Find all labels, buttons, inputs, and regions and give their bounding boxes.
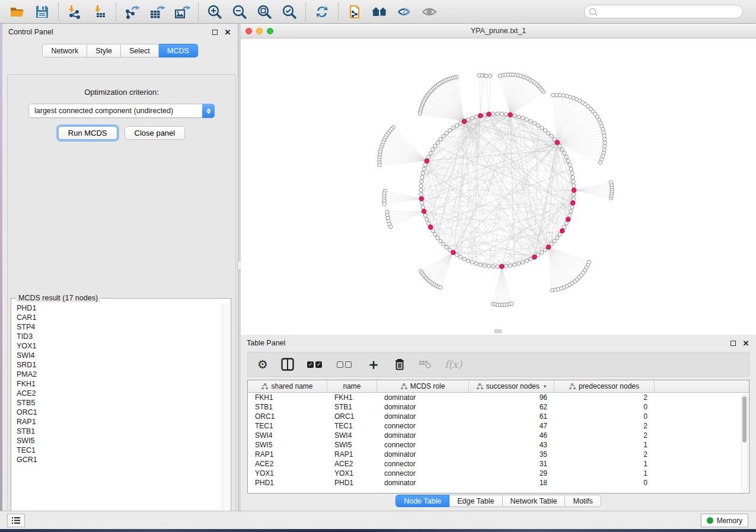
table-cell: ACE2: [327, 459, 377, 469]
column-header-successor-nodes[interactable]: successor nodes▾: [469, 380, 554, 392]
table-cell: dominator: [377, 478, 469, 488]
close-panel-icon[interactable]: ✕: [224, 28, 232, 36]
tab-network-table[interactable]: Network Table: [503, 495, 566, 507]
tab-node-table[interactable]: Node Table: [395, 495, 449, 507]
control-panel-tabs: Network Style Select MCDS: [2, 44, 238, 57]
zoom-in-button[interactable]: [202, 2, 227, 22]
network-window-titlebar[interactable]: YPA_prune.txt_1: [241, 24, 756, 39]
criterion-select[interactable]: largest connected component (undirected): [28, 104, 215, 118]
deselect-all-columns-icon[interactable]: [337, 361, 353, 368]
table-cell: RAP1: [248, 450, 327, 459]
table-row[interactable]: STB1STB1dominator620: [248, 402, 749, 412]
result-node[interactable]: STP4: [17, 322, 222, 332]
table-panel-title: Table Panel: [247, 339, 724, 347]
import-table-button[interactable]: [87, 2, 112, 22]
export-image-button[interactable]: [170, 2, 194, 22]
import-network-button[interactable]: [62, 2, 87, 22]
table-row[interactable]: FKH1FKH1dominator962: [248, 393, 749, 402]
tab-motifs[interactable]: Motifs: [565, 495, 601, 507]
result-node[interactable]: GCR1: [17, 455, 222, 464]
mcds-result-title: MCDS result (17 nodes): [16, 294, 100, 302]
select-all-columns-icon[interactable]: [307, 361, 324, 368]
table-cell: FKH1: [327, 393, 377, 402]
export-network-button[interactable]: [120, 2, 145, 22]
first-neighbors-button[interactable]: [367, 2, 392, 22]
table-row[interactable]: RAP1RAP1dominator352: [248, 450, 749, 459]
tab-select[interactable]: Select: [121, 44, 159, 57]
result-node[interactable]: FKH1: [17, 379, 222, 389]
tab-mcds[interactable]: MCDS: [159, 44, 198, 57]
tab-style[interactable]: Style: [87, 44, 121, 57]
float-panel-icon[interactable]: [210, 28, 219, 36]
run-mcds-button[interactable]: Run MCDS: [58, 126, 117, 140]
table-row[interactable]: ORC1ORC1dominator610: [248, 412, 749, 421]
mcds-result-list[interactable]: PHD1CAR1STP4TID3YOX1SWI4SRD1PMA2FKH1ACE2…: [12, 303, 222, 515]
tab-edge-table[interactable]: Edge Table: [449, 495, 502, 507]
table-cell: SWI5: [248, 440, 327, 450]
table-row[interactable]: YOX1YOX1connector291: [248, 469, 749, 478]
result-node[interactable]: ACE2: [17, 389, 222, 398]
table-row[interactable]: ACE2ACE2connector311: [248, 459, 749, 469]
result-node[interactable]: ORC1: [17, 408, 222, 417]
network-graph[interactable]: [241, 39, 756, 334]
tab-network[interactable]: Network: [42, 44, 87, 57]
result-node[interactable]: TEC1: [17, 446, 222, 455]
result-node[interactable]: SWI5: [17, 436, 222, 446]
hide-eye-slash-icon: [397, 5, 412, 19]
show-all-button[interactable]: [417, 2, 442, 22]
result-node[interactable]: SWI4: [17, 351, 222, 360]
float-table-panel-icon[interactable]: [729, 339, 737, 347]
memory-button[interactable]: Memory: [701, 514, 748, 527]
table-cell: 2: [554, 421, 655, 431]
zoom-out-button[interactable]: [227, 2, 252, 22]
column-header-predecessor-nodes[interactable]: predecessor nodes: [554, 380, 655, 392]
export-table-button[interactable]: [145, 2, 170, 22]
hide-selected-button[interactable]: [392, 2, 417, 22]
table-row[interactable]: SWI5SWI5connector431: [248, 440, 749, 450]
table-cell: 0: [554, 412, 655, 421]
table-cell: PHD1: [248, 478, 327, 488]
zoom-fit-button[interactable]: [252, 2, 277, 22]
memory-label: Memory: [717, 517, 742, 525]
table-scrollbar[interactable]: [741, 395, 748, 492]
table-settings-gear-icon[interactable]: ⚙: [257, 358, 268, 370]
save-session-button[interactable]: [30, 2, 55, 22]
result-node[interactable]: STB1: [17, 427, 222, 436]
table-row[interactable]: TEC1TEC1connector472: [248, 421, 749, 431]
delete-column-icon[interactable]: [394, 358, 406, 371]
canvas-splitter-handle-icon[interactable]: [495, 329, 502, 333]
result-node[interactable]: CAR1: [17, 313, 222, 322]
control-panel-title: Control Panel: [8, 28, 206, 36]
close-panel-button[interactable]: Close panel: [125, 126, 186, 140]
result-node[interactable]: PMA2: [17, 370, 222, 379]
result-list-scrollbar[interactable]: [222, 303, 230, 515]
result-node[interactable]: RAP1: [17, 417, 222, 427]
table-header-row: shared namenameMCDS rolesuccessor nodes▾…: [248, 380, 749, 393]
create-column-icon[interactable]: ＋: [366, 357, 381, 371]
task-history-button[interactable]: [7, 514, 25, 527]
table-scrollbar-thumb[interactable]: [742, 396, 747, 443]
table-row[interactable]: SWI4SWI4dominator462: [248, 431, 749, 440]
show-columns-icon[interactable]: [281, 358, 294, 371]
close-table-panel-icon[interactable]: ✕: [742, 339, 750, 347]
table-row[interactable]: PHD1PHD1dominator180: [248, 478, 749, 488]
network-canvas[interactable]: [241, 39, 756, 334]
result-node[interactable]: PHD1: [17, 303, 222, 313]
new-network-from-selection-button[interactable]: [342, 2, 367, 22]
table-cell: 29: [469, 469, 554, 478]
open-session-button[interactable]: [5, 2, 30, 22]
result-node[interactable]: STB5: [17, 398, 222, 408]
task-list-icon: [12, 517, 20, 524]
search-input[interactable]: [599, 8, 738, 16]
table-cell: STB1: [248, 402, 327, 412]
result-node[interactable]: TID3: [17, 332, 222, 341]
result-node[interactable]: YOX1: [17, 341, 222, 351]
result-node[interactable]: SRD1: [17, 360, 222, 370]
column-header-MCDS-role[interactable]: MCDS role: [377, 380, 469, 392]
refresh-button[interactable]: [310, 2, 334, 22]
column-header-name[interactable]: name: [327, 380, 377, 392]
zoom-selected-button[interactable]: [277, 2, 302, 22]
column-header-shared-name[interactable]: shared name: [248, 380, 327, 392]
table-cell: TEC1: [327, 421, 377, 431]
search-box[interactable]: [584, 5, 743, 18]
